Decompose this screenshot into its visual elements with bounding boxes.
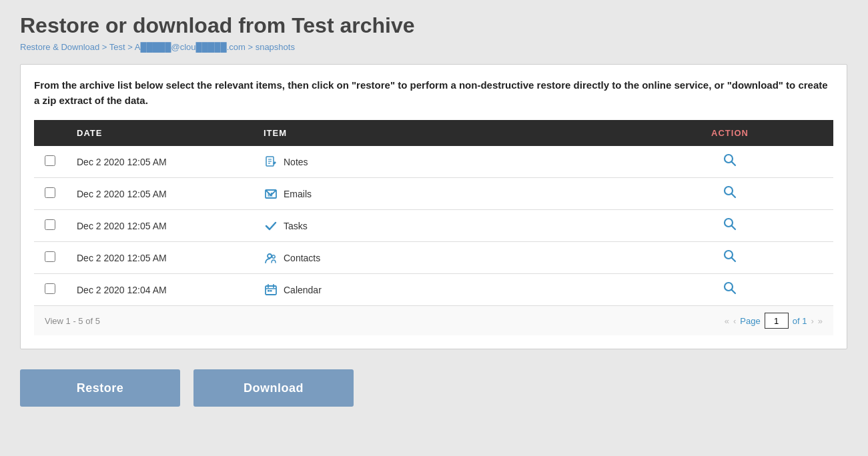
table-row: Dec 2 2020 12:04 AM	[34, 274, 833, 306]
header-checkbox-col	[34, 120, 66, 146]
row-date-4: Dec 2 2020 12:05 AM	[66, 242, 253, 274]
notes-icon	[264, 155, 278, 169]
calendar-icon	[264, 283, 278, 297]
download-button[interactable]: Download	[193, 369, 354, 407]
page-title: Restore or download from Test archive	[20, 13, 848, 38]
row-date-3: Dec 2 2020 12:05 AM	[66, 210, 253, 242]
breadcrumb-snapshots[interactable]: snapshots	[256, 42, 295, 52]
svg-line-9	[732, 194, 736, 198]
tasks-icon	[264, 219, 278, 233]
row-date-2: Dec 2 2020 12:05 AM	[66, 178, 253, 210]
of-label: of 1	[793, 316, 807, 326]
svg-line-23	[732, 290, 736, 294]
main-card: From the archive list below select the r…	[20, 64, 847, 349]
svg-line-15	[732, 258, 736, 262]
row-item-label-3: Tasks	[284, 221, 308, 231]
row-checkbox-3[interactable]	[45, 219, 55, 230]
row-item-3: Tasks	[253, 210, 626, 242]
breadcrumb-separator2: >	[127, 42, 133, 52]
breadcrumb-separator1: >	[102, 42, 107, 52]
row-item-label-4: Contacts	[284, 253, 320, 263]
header-item: ITEM	[253, 120, 626, 146]
row-action-4	[626, 242, 833, 274]
row-checkbox-2[interactable]	[45, 187, 55, 198]
email-icon: M	[264, 187, 278, 201]
breadcrumb-restore[interactable]: Restore & Download	[20, 42, 99, 52]
breadcrumb-email[interactable]: A█████@clou█████.com	[135, 42, 246, 52]
search-button-3[interactable]	[723, 217, 737, 235]
table-row: Dec 2 2020 12:05 AM Contacts	[34, 242, 833, 274]
search-icon-1	[723, 153, 737, 167]
row-item-label-5: Calendar	[284, 285, 322, 295]
row-item-label-2: Emails	[284, 189, 312, 199]
row-item-4: Contacts	[253, 242, 626, 274]
row-checkbox-4[interactable]	[45, 251, 55, 262]
action-buttons-row: Restore Download	[20, 369, 848, 407]
row-date-1: Dec 2 2020 12:05 AM	[66, 146, 253, 178]
table-row: Dec 2 2020 12:05 AM Notes	[34, 146, 833, 178]
breadcrumb: Restore & Download > Test > A█████@clou█…	[20, 42, 848, 52]
header-date: DATE	[66, 120, 253, 146]
search-button-5[interactable]	[723, 281, 737, 299]
row-item-1: Notes	[253, 146, 626, 178]
view-text: View 1 - 5 of 5	[45, 316, 100, 326]
pagination-row: View 1 - 5 of 5 « ‹ Page of 1 › »	[34, 305, 833, 335]
breadcrumb-separator3: >	[248, 42, 253, 52]
svg-rect-21	[270, 290, 272, 292]
svg-text:M: M	[268, 191, 273, 198]
next-page-button[interactable]: ›	[811, 316, 813, 326]
prev-page-button[interactable]: ‹	[733, 316, 736, 326]
row-item-label-1: Notes	[284, 157, 308, 167]
breadcrumb-test[interactable]: Test	[109, 42, 125, 52]
row-checkbox-cell-2	[34, 178, 66, 210]
search-button-1[interactable]	[723, 153, 737, 171]
table-row: Dec 2 2020 12:05 AM Tasks	[34, 210, 833, 242]
row-checkbox-cell-1	[34, 146, 66, 178]
svg-rect-20	[268, 290, 270, 292]
svg-line-5	[732, 162, 736, 166]
page-label: Page	[740, 316, 760, 326]
row-action-5	[626, 274, 833, 306]
svg-point-12	[268, 254, 272, 258]
search-button-4[interactable]	[723, 249, 737, 267]
search-icon-5	[723, 281, 737, 295]
page-input[interactable]	[765, 313, 789, 329]
search-icon-3	[723, 217, 737, 231]
row-action-3	[626, 210, 833, 242]
first-page-button[interactable]: «	[725, 316, 729, 326]
row-checkbox-cell-5	[34, 274, 66, 306]
last-page-button[interactable]: »	[818, 316, 823, 326]
row-item-2: M Emails	[253, 178, 626, 210]
restore-button[interactable]: Restore	[20, 369, 180, 407]
row-action-2	[626, 178, 833, 210]
info-text: From the archive list below select the r…	[34, 78, 833, 108]
table-row: Dec 2 2020 12:05 AM M Emails	[34, 178, 833, 210]
row-checkbox-5[interactable]	[45, 283, 55, 294]
svg-point-13	[272, 255, 275, 258]
row-checkbox-cell-3	[34, 210, 66, 242]
svg-line-11	[732, 226, 736, 230]
search-icon-4	[723, 249, 737, 263]
search-icon-2	[723, 185, 737, 199]
row-checkbox-cell-4	[34, 242, 66, 274]
pagination-controls: « ‹ Page of 1 › »	[725, 313, 823, 329]
search-button-2[interactable]	[723, 185, 737, 203]
row-action-1	[626, 146, 833, 178]
contacts-icon	[264, 251, 278, 265]
archive-table: DATE ITEM ACTION Dec 2 2020 12:05 AM	[34, 120, 833, 305]
row-checkbox-1[interactable]	[45, 155, 55, 166]
header-action: ACTION	[626, 120, 833, 146]
row-item-5: Calendar	[253, 274, 626, 306]
row-date-5: Dec 2 2020 12:04 AM	[66, 274, 253, 306]
